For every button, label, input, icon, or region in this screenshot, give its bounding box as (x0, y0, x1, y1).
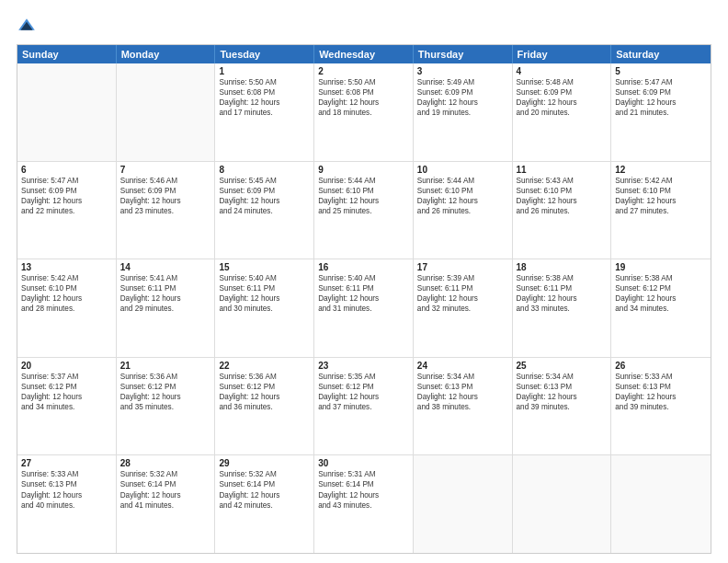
cell-line: Daylight: 12 hours (21, 293, 112, 304)
calendar-cell: 10Sunrise: 5:44 AMSunset: 6:10 PMDayligh… (414, 162, 513, 259)
cell-line: and 27 minutes. (615, 206, 707, 216)
cell-line: and 21 minutes. (615, 108, 707, 118)
cell-line: and 32 minutes. (417, 304, 508, 314)
day-number: 21 (120, 361, 211, 371)
cell-line: Sunrise: 5:50 AM (318, 77, 409, 87)
calendar-cell: 3Sunrise: 5:49 AMSunset: 6:09 PMDaylight… (414, 63, 513, 161)
day-number: 13 (21, 262, 112, 272)
calendar-cell: 20Sunrise: 5:37 AMSunset: 6:12 PMDayligh… (17, 358, 117, 455)
cell-line: Sunrise: 5:49 AM (417, 77, 508, 87)
cell-line: and 30 minutes. (219, 304, 310, 314)
day-number: 5 (615, 66, 707, 76)
cell-line: Sunrise: 5:32 AM (120, 469, 211, 479)
calendar-cell: 5Sunrise: 5:47 AMSunset: 6:09 PMDaylight… (611, 63, 711, 161)
day-number: 28 (120, 458, 211, 468)
calendar-cell: 9Sunrise: 5:44 AMSunset: 6:10 PMDaylight… (314, 162, 414, 259)
cell-line: Sunset: 6:09 PM (120, 186, 211, 196)
cell-line: and 31 minutes. (318, 304, 409, 314)
cell-line: Sunset: 6:12 PM (318, 382, 409, 392)
day-number: 8 (219, 165, 310, 175)
cell-line: and 29 minutes. (120, 304, 211, 314)
cell-line: Daylight: 12 hours (21, 392, 112, 402)
day-number: 15 (219, 262, 310, 272)
cell-line: Sunset: 6:09 PM (417, 87, 508, 98)
calendar-cell: 16Sunrise: 5:40 AMSunset: 6:11 PMDayligh… (314, 259, 414, 357)
cell-line: and 37 minutes. (318, 402, 409, 412)
cell-line: Sunrise: 5:40 AM (219, 273, 310, 283)
day-number: 10 (417, 165, 508, 175)
day-number: 29 (219, 458, 310, 468)
cell-line: Sunset: 6:13 PM (21, 479, 112, 489)
cell-line: Sunrise: 5:43 AM (517, 176, 608, 186)
cell-line: Sunset: 6:10 PM (517, 186, 608, 196)
cell-line: Sunrise: 5:33 AM (21, 469, 112, 479)
cell-line: Sunrise: 5:44 AM (318, 176, 409, 186)
cell-line: Sunrise: 5:41 AM (120, 273, 211, 283)
cell-line: Sunrise: 5:33 AM (615, 372, 707, 382)
calendar-header-row: SundayMondayTuesdayWednesdayThursdayFrid… (17, 45, 711, 63)
day-number: 4 (517, 66, 608, 76)
day-number: 1 (219, 66, 310, 76)
logo (17, 17, 39, 37)
cal-header-cell: Saturday (611, 45, 711, 63)
day-number: 30 (318, 458, 409, 468)
cell-line: and 24 minutes. (219, 206, 310, 216)
cell-line: and 38 minutes. (417, 402, 508, 412)
cell-line: Sunrise: 5:40 AM (318, 273, 409, 283)
cell-line: Sunset: 6:10 PM (417, 186, 508, 196)
calendar-cell: 14Sunrise: 5:41 AMSunset: 6:11 PMDayligh… (117, 259, 216, 357)
page: SundayMondayTuesdayWednesdayThursdayFrid… (0, 0, 728, 563)
cell-line: Sunset: 6:14 PM (120, 479, 211, 489)
cell-line: Sunrise: 5:46 AM (120, 176, 211, 186)
cell-line: Sunset: 6:11 PM (517, 283, 608, 293)
cell-line: Sunset: 6:09 PM (517, 87, 608, 98)
cell-line: Daylight: 12 hours (21, 490, 112, 500)
cell-line: Sunset: 6:12 PM (120, 382, 211, 392)
cell-line: Sunset: 6:13 PM (615, 382, 707, 392)
calendar-cell: 12Sunrise: 5:42 AMSunset: 6:10 PMDayligh… (611, 162, 711, 259)
cell-line: Daylight: 12 hours (615, 98, 707, 108)
cell-line: Daylight: 12 hours (318, 98, 409, 108)
cell-line: Sunrise: 5:38 AM (615, 273, 707, 283)
cell-line: and 33 minutes. (517, 304, 608, 314)
day-number: 25 (517, 361, 608, 371)
day-number: 24 (417, 361, 508, 371)
calendar-cell: 2Sunrise: 5:50 AMSunset: 6:08 PMDaylight… (314, 63, 414, 161)
cell-line: Sunrise: 5:44 AM (417, 176, 508, 186)
cell-line: and 18 minutes. (318, 108, 409, 118)
cell-line: Daylight: 12 hours (120, 293, 211, 304)
cell-line: Daylight: 12 hours (219, 490, 310, 500)
cell-line: and 23 minutes. (120, 206, 211, 216)
cell-line: Daylight: 12 hours (21, 196, 112, 206)
cell-line: Daylight: 12 hours (417, 196, 508, 206)
cell-line: Sunrise: 5:47 AM (615, 77, 707, 87)
cell-line: Daylight: 12 hours (318, 196, 409, 206)
day-number: 19 (615, 262, 707, 272)
calendar-cell (17, 63, 117, 161)
day-number: 17 (417, 262, 508, 272)
calendar-cell: 17Sunrise: 5:39 AMSunset: 6:11 PMDayligh… (414, 259, 513, 357)
cal-header-cell: Tuesday (215, 45, 314, 63)
day-number: 22 (219, 361, 310, 371)
cell-line: and 36 minutes. (219, 402, 310, 412)
day-number: 16 (318, 262, 409, 272)
cell-line: and 34 minutes. (21, 402, 112, 412)
cell-line: Daylight: 12 hours (517, 293, 608, 304)
cell-line: Sunset: 6:09 PM (615, 87, 707, 98)
cell-line: Daylight: 12 hours (318, 293, 409, 304)
cell-line: Sunrise: 5:42 AM (615, 176, 707, 186)
calendar-cell: 22Sunrise: 5:36 AMSunset: 6:12 PMDayligh… (215, 358, 314, 455)
calendar-cell: 11Sunrise: 5:43 AMSunset: 6:10 PMDayligh… (513, 162, 612, 259)
calendar-cell: 1Sunrise: 5:50 AMSunset: 6:08 PMDaylight… (215, 63, 314, 161)
cell-line: Daylight: 12 hours (219, 392, 310, 402)
calendar-cell: 18Sunrise: 5:38 AMSunset: 6:11 PMDayligh… (513, 259, 612, 357)
calendar-body: 1Sunrise: 5:50 AMSunset: 6:08 PMDaylight… (17, 63, 711, 553)
calendar-cell: 19Sunrise: 5:38 AMSunset: 6:12 PMDayligh… (611, 259, 711, 357)
calendar-cell (513, 455, 612, 553)
cell-line: and 28 minutes. (21, 304, 112, 314)
cell-line: Sunset: 6:13 PM (417, 382, 508, 392)
day-number: 20 (21, 361, 112, 371)
cell-line: and 26 minutes. (417, 206, 508, 216)
cal-header-cell: Sunday (17, 45, 117, 63)
calendar-cell (414, 455, 513, 553)
